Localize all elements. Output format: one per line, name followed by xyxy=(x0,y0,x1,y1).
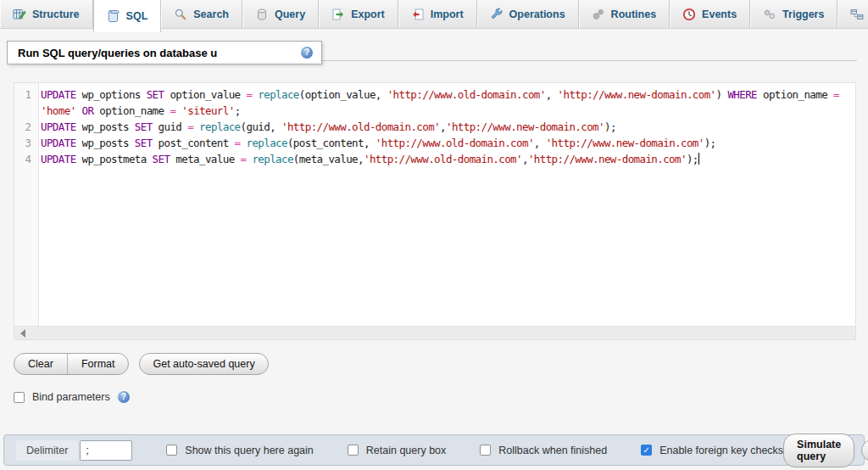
tab-designer[interactable]: Designer xyxy=(837,0,868,28)
editor-hscrollbar[interactable] xyxy=(14,326,856,340)
delimiter-input[interactable] xyxy=(80,440,132,461)
bind-parameters-row: Bind parameters ? xyxy=(14,391,856,403)
page-title: Run SQL query/queries on database u xyxy=(18,47,301,59)
footer-option: Enable foreign key checks xyxy=(641,445,783,456)
operations-icon xyxy=(490,8,504,21)
clear-button[interactable]: Clear xyxy=(14,354,67,374)
export-icon xyxy=(331,8,345,21)
simulate-query-button[interactable]: Simulate query xyxy=(783,434,854,467)
footer-option-label: Enable foreign key checks xyxy=(659,445,783,456)
import-icon xyxy=(411,8,425,21)
query-form-header: Run SQL query/queries on database u ? xyxy=(7,41,322,64)
line-number: 2 xyxy=(14,119,38,135)
tab-sql[interactable]: SQL xyxy=(93,0,162,32)
footer-option-label: Rollback when finished xyxy=(498,445,607,456)
sql-icon xyxy=(107,9,120,23)
footer-buttons: Simulate query Go xyxy=(783,434,868,467)
tab-query[interactable]: Query xyxy=(242,0,319,28)
tab-label: Routines xyxy=(611,8,656,20)
tab-label: Search xyxy=(193,8,229,20)
tab-label: Export xyxy=(351,8,385,20)
tab-routines[interactable]: Routines xyxy=(579,0,670,28)
footer-option: Show this query here again xyxy=(166,445,313,456)
line-number: 1 xyxy=(14,87,38,103)
footer-option-label: Show this query here again xyxy=(185,445,313,456)
triggers-icon xyxy=(763,8,776,21)
events-icon xyxy=(682,8,696,21)
sql-editor: 1UPDATE wp_options SET option_value = re… xyxy=(14,82,856,340)
tab-label: Triggers xyxy=(782,8,824,20)
footer-option: Rollback when finished xyxy=(480,445,607,456)
tab-bar: StructureSQLSearchQueryExportImportOpera… xyxy=(0,0,868,29)
tab-label: Operations xyxy=(509,8,565,20)
tab-label: SQL xyxy=(126,10,148,22)
get-auto-saved-query-button[interactable]: Get auto-saved query xyxy=(139,353,268,375)
tab-structure[interactable]: Structure xyxy=(0,0,93,28)
scroll-left-arrow-icon[interactable] xyxy=(20,329,25,338)
footer-option: Retain query box xyxy=(348,445,447,456)
structure-icon xyxy=(13,8,26,21)
text-caret xyxy=(698,153,700,165)
code-line: 2UPDATE wp_posts SET guid = replace(guid… xyxy=(14,119,855,135)
routines-icon xyxy=(592,8,605,21)
format-button[interactable]: Format xyxy=(67,354,129,374)
footer-option-checkbox-1[interactable] xyxy=(348,445,359,456)
bind-parameters-checkbox[interactable] xyxy=(14,392,25,403)
tab-export[interactable]: Export xyxy=(319,0,398,28)
bind-parameters-label: Bind parameters xyxy=(32,391,110,403)
query-options-footer: Delimiter Show this query here againReta… xyxy=(3,434,865,466)
tab-import[interactable]: Import xyxy=(398,0,477,28)
sql-code-content: 1UPDATE wp_options SET option_value = re… xyxy=(14,83,855,167)
line-content: UPDATE wp_postmeta SET meta_value = repl… xyxy=(38,151,855,167)
sql-query-panel: Run SQL query/queries on database u ? 1U… xyxy=(0,29,868,403)
tab-search[interactable]: Search xyxy=(161,0,242,28)
delimiter-label: Delimiter xyxy=(16,440,78,461)
line-number: 4 xyxy=(14,151,38,167)
tab-label: Events xyxy=(702,8,737,20)
help-icon[interactable]: ? xyxy=(118,391,130,403)
tab-label: Structure xyxy=(32,8,80,20)
code-line: 3UPDATE wp_posts SET post_content = repl… xyxy=(14,135,855,151)
help-icon[interactable]: ? xyxy=(301,47,313,59)
sql-code-textarea[interactable]: 1UPDATE wp_options SET option_value = re… xyxy=(14,82,856,326)
tab-events[interactable]: Events xyxy=(670,0,750,28)
footer-options: Show this query here againRetain query b… xyxy=(132,445,783,456)
code-line: 1UPDATE wp_options SET option_value = re… xyxy=(14,87,855,119)
editor-actions-row: Clear Format Get auto-saved query xyxy=(14,353,856,375)
designer-icon xyxy=(850,8,864,21)
footer-option-checkbox-0[interactable] xyxy=(166,445,177,456)
query-icon xyxy=(255,8,269,21)
line-content: UPDATE wp_posts SET post_content = repla… xyxy=(38,135,855,151)
code-line: 4UPDATE wp_postmeta SET meta_value = rep… xyxy=(14,151,855,167)
footer-option-checkbox-2[interactable] xyxy=(480,445,491,456)
tab-label: Query xyxy=(275,8,305,20)
line-content: UPDATE wp_options SET option_value = rep… xyxy=(38,87,855,119)
tab-operations[interactable]: Operations xyxy=(477,0,579,28)
search-icon xyxy=(174,8,187,21)
line-content: UPDATE wp_posts SET guid = replace(guid,… xyxy=(38,119,855,135)
line-number: 3 xyxy=(14,135,38,151)
footer-option-checkbox-3[interactable] xyxy=(641,445,652,456)
tab-triggers[interactable]: Triggers xyxy=(750,0,837,28)
go-button[interactable]: Go xyxy=(861,439,868,462)
tab-label: Import xyxy=(431,8,464,20)
clear-format-button-group: Clear Format xyxy=(14,353,129,375)
footer-option-label: Retain query box xyxy=(366,445,447,456)
